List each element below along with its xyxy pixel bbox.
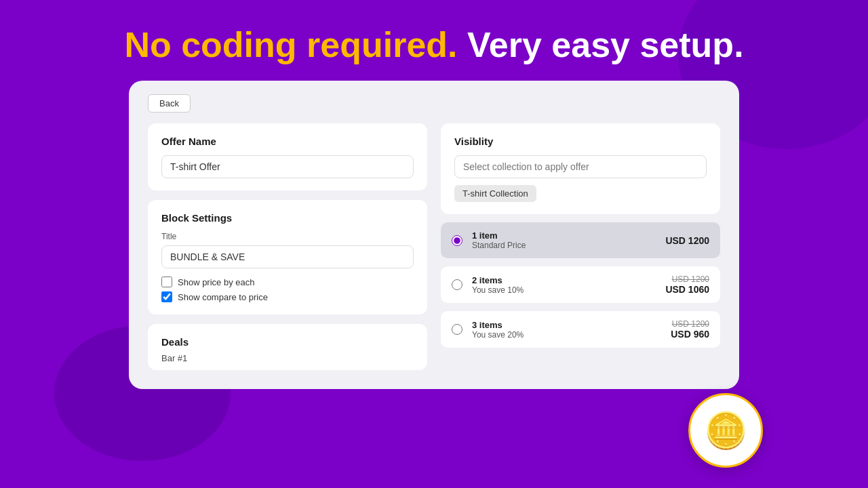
price-info-1: 1 item Standard Price xyxy=(472,230,656,250)
price-items-1: 1 item xyxy=(472,230,656,241)
price-final-1: USD 1200 xyxy=(665,235,709,246)
show-price-each-row[interactable]: Show price by each xyxy=(161,277,414,287)
header: No coding required. Very easy setup. xyxy=(0,0,868,81)
show-price-each-label: Show price by each xyxy=(178,277,254,287)
price-radio-3[interactable] xyxy=(452,324,462,335)
price-row-2: 2 items You save 10% USD 1200 USD 1060 xyxy=(441,266,720,303)
price-save-2: You save 10% xyxy=(472,285,656,295)
price-final-3: USD 960 xyxy=(671,329,709,340)
price-original-3: USD 1200 xyxy=(671,319,709,329)
visibility-panel: Visiblity T-shirt Collection xyxy=(441,123,720,214)
collection-tag[interactable]: T-shirt Collection xyxy=(454,185,536,202)
price-items-3: 3 items xyxy=(472,320,661,330)
title-field-label: Title xyxy=(161,232,414,241)
show-compare-price-checkbox[interactable] xyxy=(161,291,172,302)
back-button[interactable]: Back xyxy=(148,94,191,113)
price-amount-2: USD 1200 USD 1060 xyxy=(665,274,709,295)
price-row-1: 1 item Standard Price USD 1200 xyxy=(441,222,720,258)
columns-layout: Offer Name Block Settings Title Show pri… xyxy=(148,123,720,370)
show-compare-price-row[interactable]: Show compare to price xyxy=(161,291,414,302)
main-card: Back Offer Name Block Settings Title Sho… xyxy=(129,81,739,389)
price-final-2: USD 1060 xyxy=(665,284,709,295)
block-title-input[interactable] xyxy=(161,245,414,268)
price-amount-3: USD 1200 USD 960 xyxy=(671,319,709,340)
visibility-title: Visiblity xyxy=(454,136,707,147)
price-items-2: 2 items xyxy=(472,275,656,285)
header-yellow-text: No coding required. xyxy=(124,25,457,64)
price-radio-1[interactable] xyxy=(452,235,462,246)
price-save-3: You save 20% xyxy=(472,330,661,340)
show-compare-price-label: Show compare to price xyxy=(178,292,268,302)
block-settings-title: Block Settings xyxy=(161,212,414,224)
price-original-2: USD 1200 xyxy=(665,274,709,284)
price-row-3: 3 items You save 20% USD 1200 USD 960 xyxy=(441,311,720,348)
price-radio-2[interactable] xyxy=(452,279,462,290)
offer-name-panel: Offer Name xyxy=(148,123,427,190)
checkbox-group: Show price by each Show compare to price xyxy=(161,277,414,302)
collection-search-input[interactable] xyxy=(454,155,707,178)
offer-name-input[interactable] xyxy=(161,155,414,178)
show-price-each-checkbox[interactable] xyxy=(161,277,172,287)
price-info-2: 2 items You save 10% xyxy=(472,275,656,295)
left-column: Offer Name Block Settings Title Show pri… xyxy=(148,123,427,370)
right-column: Visiblity T-shirt Collection 1 item Stan… xyxy=(441,123,720,370)
deals-title: Deals xyxy=(161,336,414,348)
price-save-1: Standard Price xyxy=(472,241,656,250)
price-info-3: 3 items You save 20% xyxy=(472,320,661,340)
deals-panel: Deals Bar #1 xyxy=(148,324,427,370)
coin-badge: 🪙 xyxy=(688,393,763,468)
price-amount-1: USD 1200 xyxy=(665,235,709,246)
offer-name-title: Offer Name xyxy=(161,136,414,147)
block-settings-panel: Block Settings Title Show price by each … xyxy=(148,200,427,314)
header-white-text: Very easy setup. xyxy=(467,25,744,64)
bar-label: Bar #1 xyxy=(161,353,414,363)
